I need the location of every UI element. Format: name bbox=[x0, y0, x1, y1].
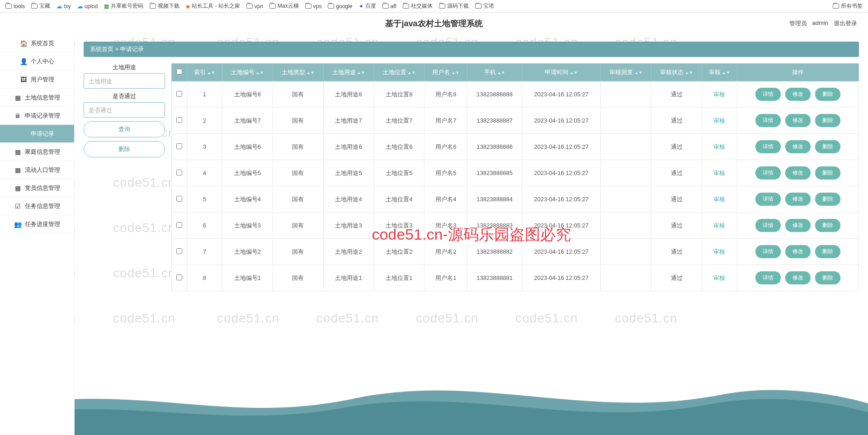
row-delete-button[interactable]: 删除 bbox=[815, 166, 840, 180]
sort-icon[interactable]: ▲▼ bbox=[451, 71, 459, 75]
audit-link[interactable]: 审核 bbox=[713, 274, 725, 281]
sidebar-item-10[interactable]: 👥任务进度管理 bbox=[0, 215, 74, 233]
row-checkbox[interactable] bbox=[176, 222, 182, 228]
sort-icon[interactable]: ▲▼ bbox=[207, 71, 215, 75]
th-10[interactable]: 审核▲▼ bbox=[702, 64, 737, 81]
sidebar-item-9[interactable]: ☑任务信息管理 bbox=[0, 197, 74, 215]
query-button[interactable]: 查询 bbox=[84, 121, 165, 137]
detail-button[interactable]: 详情 bbox=[755, 88, 781, 101]
edit-button[interactable]: 修改 bbox=[785, 219, 811, 232]
bookmark-item[interactable]: vps bbox=[305, 3, 322, 9]
select-all-checkbox[interactable] bbox=[176, 69, 182, 75]
bookmark-item[interactable]: 宝塔 bbox=[475, 2, 494, 10]
row-delete-button[interactable]: 删除 bbox=[815, 140, 840, 153]
row-checkbox[interactable] bbox=[176, 91, 182, 97]
sort-icon[interactable]: ▲▼ bbox=[634, 71, 642, 75]
sort-icon[interactable]: ▲▼ bbox=[357, 71, 365, 75]
th-5[interactable]: 用户名▲▼ bbox=[425, 64, 467, 81]
bookmark-item[interactable]: ☁txy bbox=[57, 3, 71, 9]
bookmark-item[interactable]: Max云梯 bbox=[269, 2, 299, 10]
bookmark-all[interactable]: 所有书签 bbox=[833, 2, 863, 10]
audit-link[interactable]: 审核 bbox=[713, 248, 725, 255]
sort-icon[interactable]: ▲▼ bbox=[256, 71, 264, 75]
sort-icon[interactable]: ▲▼ bbox=[307, 71, 315, 75]
audit-link[interactable]: 审核 bbox=[713, 170, 725, 176]
sidebar-item-4[interactable]: 🖥申请记录管理 bbox=[0, 107, 74, 125]
edit-button[interactable]: 修改 bbox=[785, 140, 811, 153]
row-delete-button[interactable]: 删除 bbox=[815, 271, 840, 284]
bookmark-item[interactable]: tools bbox=[5, 3, 25, 9]
audit-link[interactable]: 审核 bbox=[713, 117, 725, 124]
bookmark-item[interactable]: 源码下载 bbox=[439, 2, 469, 10]
delete-button[interactable]: 删除 bbox=[84, 141, 165, 157]
th-4[interactable]: 土地位置▲▼ bbox=[374, 64, 425, 81]
row-delete-button[interactable]: 删除 bbox=[815, 88, 840, 101]
th-9[interactable]: 审核状态▲▼ bbox=[651, 64, 702, 81]
sidebar: 🏠系统首页👤个人中心🖼用户管理▦土地信息管理🖥申请记录管理申请记录▦家庭信息管理… bbox=[0, 34, 75, 435]
sort-icon[interactable]: ▲▼ bbox=[408, 71, 416, 75]
sidebar-item-6[interactable]: ▦家庭信息管理 bbox=[0, 143, 74, 161]
row-delete-button[interactable]: 删除 bbox=[815, 245, 840, 258]
bookmark-item[interactable]: vpn bbox=[246, 3, 263, 9]
detail-button[interactable]: 详情 bbox=[755, 271, 781, 284]
bookmark-item[interactable]: 宝藏 bbox=[31, 2, 50, 10]
th-6[interactable]: 手机▲▼ bbox=[467, 64, 522, 81]
sidebar-item-2[interactable]: 🖼用户管理 bbox=[0, 71, 74, 89]
sidebar-item-8[interactable]: ▦党员信息管理 bbox=[0, 179, 74, 197]
detail-button[interactable]: 详情 bbox=[755, 166, 781, 180]
audit-link[interactable]: 审核 bbox=[713, 196, 725, 203]
th-11[interactable]: 操作 bbox=[737, 64, 859, 81]
row-checkbox[interactable] bbox=[176, 248, 182, 254]
audit-link[interactable]: 审核 bbox=[713, 222, 725, 229]
sidebar-item-7[interactable]: ▦流动人口管理 bbox=[0, 161, 74, 179]
row-checkbox[interactable] bbox=[176, 143, 182, 149]
row-delete-button[interactable]: 删除 bbox=[815, 219, 840, 232]
detail-button[interactable]: 详情 bbox=[755, 114, 781, 127]
edit-button[interactable]: 修改 bbox=[785, 88, 811, 101]
audit-link[interactable]: 审核 bbox=[713, 91, 725, 98]
filter-input-use[interactable] bbox=[84, 73, 165, 89]
sort-icon[interactable]: ▲▼ bbox=[570, 71, 578, 75]
detail-button[interactable]: 详情 bbox=[755, 193, 781, 206]
sidebar-item-5[interactable]: 申请记录 bbox=[0, 125, 74, 143]
bookmark-item[interactable]: aff bbox=[382, 3, 396, 9]
filter-input-pass[interactable] bbox=[84, 102, 165, 118]
logout-link[interactable]: 退出登录 bbox=[834, 19, 857, 28]
th-7[interactable]: 申请时间▲▼ bbox=[522, 64, 600, 81]
row-checkbox[interactable] bbox=[176, 196, 182, 202]
row-delete-button[interactable]: 删除 bbox=[815, 114, 840, 127]
detail-button[interactable]: 详情 bbox=[755, 140, 781, 153]
bookmark-item[interactable]: 社交媒体 bbox=[403, 2, 433, 10]
edit-button[interactable]: 修改 bbox=[785, 166, 811, 180]
bookmark-item[interactable]: ✦百度 bbox=[359, 2, 376, 10]
row-checkbox[interactable] bbox=[176, 170, 182, 175]
sort-icon[interactable]: ▲▼ bbox=[685, 71, 693, 75]
sidebar-item-0[interactable]: 🏠系统首页 bbox=[0, 34, 74, 52]
bookmark-item[interactable]: ◆站长工具 - 站长之家 bbox=[186, 2, 240, 10]
sort-icon[interactable]: ▲▼ bbox=[722, 71, 730, 75]
bookmark-item[interactable]: ▦共享账号密码 bbox=[104, 2, 143, 10]
sort-icon[interactable]: ▲▼ bbox=[497, 71, 505, 75]
edit-button[interactable]: 修改 bbox=[785, 245, 811, 258]
nav-label: 任务进度管理 bbox=[25, 220, 60, 228]
audit-link[interactable]: 审核 bbox=[713, 143, 725, 150]
th-3[interactable]: 土地用途▲▼ bbox=[323, 64, 374, 81]
th-8[interactable]: 审核回复▲▼ bbox=[601, 64, 651, 81]
sidebar-item-3[interactable]: ▦土地信息管理 bbox=[0, 89, 74, 107]
cell-phone: 13823888886 bbox=[467, 134, 522, 160]
edit-button[interactable]: 修改 bbox=[785, 114, 811, 127]
row-checkbox[interactable] bbox=[176, 274, 182, 280]
th-0[interactable]: 索引▲▼ bbox=[187, 64, 222, 81]
bookmark-item[interactable]: google bbox=[328, 3, 352, 9]
bookmark-item[interactable]: 视频下载 bbox=[150, 2, 179, 10]
bookmark-item[interactable]: ☁uplod bbox=[77, 3, 98, 9]
row-checkbox[interactable] bbox=[176, 117, 182, 123]
th-1[interactable]: 土地编号▲▼ bbox=[222, 64, 273, 81]
row-delete-button[interactable]: 删除 bbox=[815, 193, 840, 206]
edit-button[interactable]: 修改 bbox=[785, 271, 811, 284]
sidebar-item-1[interactable]: 👤个人中心 bbox=[0, 52, 74, 71]
th-2[interactable]: 土地类型▲▼ bbox=[273, 64, 323, 81]
detail-button[interactable]: 详情 bbox=[755, 245, 781, 258]
detail-button[interactable]: 详情 bbox=[755, 219, 781, 232]
edit-button[interactable]: 修改 bbox=[785, 193, 811, 206]
